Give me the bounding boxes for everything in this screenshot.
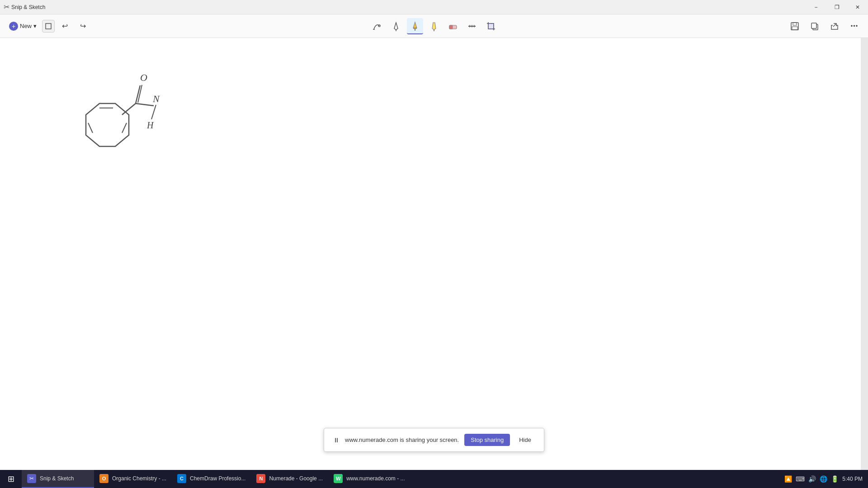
- toolbar-left: + New ▾ ↩ ↪: [5, 18, 91, 34]
- time-display: 5:40 PM: [842, 476, 863, 482]
- sharing-icon: ⏸: [333, 436, 340, 444]
- numerade-label: Numerade - Google ...: [269, 475, 323, 482]
- share-button[interactable]: [826, 18, 843, 34]
- svg-line-20: [88, 123, 93, 133]
- taskbar-items: ✂ Snip & Sketch O Organic Chemistry - ..…: [22, 470, 410, 488]
- more-options-button[interactable]: •••: [846, 18, 863, 34]
- keyboard-icon[interactable]: ⌨: [796, 475, 805, 483]
- chemical-drawing: O N H: [63, 65, 190, 174]
- copy-button[interactable]: [807, 18, 823, 34]
- toolbar: + New ▾ ↩ ↪: [0, 14, 868, 38]
- highlighter-button[interactable]: [426, 18, 442, 34]
- organic-chemistry-label: Organic Chemistry - ...: [112, 475, 166, 482]
- taskbar: ⊞ ✂ Snip & Sketch O Organic Chemistry - …: [0, 470, 868, 488]
- new-label: New: [20, 23, 32, 29]
- svg-marker-19: [86, 103, 129, 146]
- taskbar-item-chemdraw[interactable]: C ChemDraw Professio...: [172, 470, 251, 488]
- svg-rect-14: [793, 23, 797, 25]
- scrollbar[interactable]: [861, 38, 868, 470]
- eraser-button[interactable]: [445, 18, 461, 34]
- network-icon[interactable]: 🌐: [820, 475, 827, 483]
- numerade-icon: N: [256, 474, 265, 483]
- canvas-area[interactable]: O N H: [0, 38, 861, 470]
- ballpoint-pen-button[interactable]: [388, 18, 404, 34]
- snip-sketch-icon: ✂: [27, 474, 36, 483]
- svg-line-29: [151, 105, 156, 119]
- svg-line-18: [833, 23, 836, 27]
- app-icon: ✂: [4, 3, 9, 11]
- touch-writing-button[interactable]: [369, 18, 385, 34]
- toolbar-center: [369, 18, 499, 34]
- taskbar-item-organic-chemistry[interactable]: O Organic Chemistry - ...: [94, 470, 172, 488]
- chevron-up-icon[interactable]: 🔼: [784, 475, 792, 483]
- app-title: Snip & Sketch: [11, 4, 45, 10]
- svg-line-27: [136, 103, 154, 106]
- organic-chemistry-icon: O: [99, 474, 108, 483]
- restore-button[interactable]: ❐: [826, 0, 847, 14]
- svg-line-22: [122, 123, 127, 133]
- crop-button[interactable]: [483, 18, 499, 34]
- new-button[interactable]: + New ▾: [5, 20, 40, 33]
- chemdraw-label: ChemDraw Professio...: [190, 475, 245, 482]
- svg-rect-15: [792, 27, 797, 30]
- start-button[interactable]: ⊞: [0, 470, 22, 488]
- taskbar-item-numerade-www[interactable]: W www.numerade.com - ...: [328, 470, 410, 488]
- svg-text:N: N: [152, 93, 160, 104]
- window-controls: − ❐ ✕: [806, 0, 868, 14]
- close-button[interactable]: ✕: [847, 0, 868, 14]
- title-bar: ✂ Snip & Sketch − ❐ ✕: [0, 0, 868, 14]
- sharing-message: www.numerade.com is sharing your screen.: [345, 436, 459, 443]
- numerade-www-label: www.numerade.com - ...: [346, 475, 405, 482]
- rectangle-button[interactable]: [42, 20, 55, 33]
- svg-line-23: [122, 103, 136, 115]
- taskbar-item-snip-sketch[interactable]: ✂ Snip & Sketch: [22, 470, 94, 488]
- minimize-button[interactable]: −: [806, 0, 826, 14]
- snip-sketch-label: Snip & Sketch: [40, 475, 74, 482]
- undo-icon: ↩: [62, 22, 68, 30]
- svg-rect-0: [46, 23, 51, 29]
- main-container: O N H: [0, 38, 868, 470]
- pencil-button[interactable]: [407, 18, 423, 34]
- undo-button[interactable]: ↩: [57, 18, 73, 34]
- save-button[interactable]: [787, 18, 803, 34]
- redo-icon: ↪: [80, 22, 86, 30]
- start-icon: ⊞: [8, 474, 14, 484]
- redo-button[interactable]: ↪: [75, 18, 91, 34]
- svg-rect-12: [488, 23, 494, 29]
- svg-rect-17: [811, 23, 816, 28]
- toolbar-right: •••: [787, 18, 863, 34]
- numerade-www-icon: W: [334, 474, 343, 483]
- sharing-notification: ⏸ www.numerade.com is sharing your scree…: [324, 428, 544, 452]
- chemdraw-icon: C: [177, 474, 186, 483]
- ruler-button[interactable]: [464, 18, 480, 34]
- volume-icon[interactable]: 🔊: [808, 475, 816, 483]
- battery-icon[interactable]: 🔋: [831, 475, 839, 483]
- taskbar-item-numerade[interactable]: N Numerade - Google ...: [251, 470, 328, 488]
- new-icon: +: [9, 22, 18, 31]
- svg-text:O: O: [140, 72, 147, 83]
- svg-rect-7: [449, 25, 453, 29]
- svg-text:H: H: [146, 120, 154, 130]
- taskbar-time[interactable]: 5:40 PM: [842, 476, 863, 482]
- taskbar-right: 🔼 ⌨ 🔊 🌐 🔋 5:40 PM: [784, 475, 868, 483]
- new-dropdown-icon: ▾: [33, 23, 37, 29]
- hide-button[interactable]: Hide: [515, 434, 535, 446]
- stop-sharing-button[interactable]: Stop sharing: [464, 434, 510, 446]
- more-icon: •••: [851, 23, 859, 29]
